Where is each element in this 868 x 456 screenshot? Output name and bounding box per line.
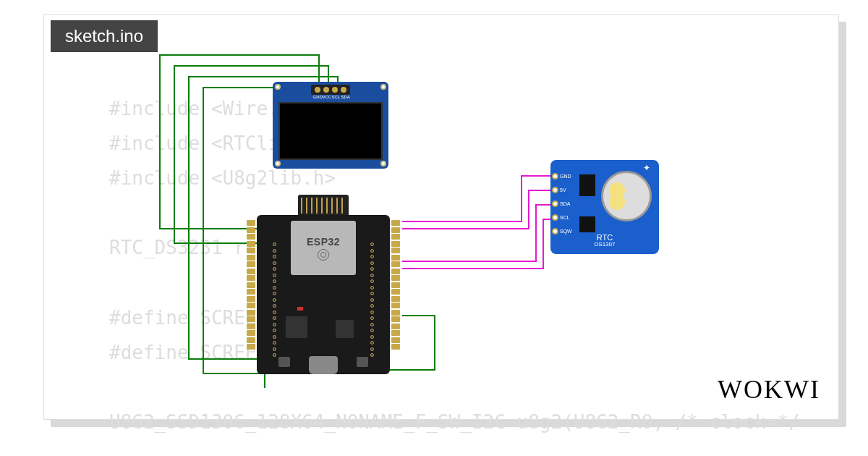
en-button[interactable] xyxy=(278,357,290,367)
mount-hole-icon xyxy=(380,161,386,166)
chip-icon xyxy=(336,320,354,338)
mount-hole-icon xyxy=(380,84,386,90)
rtc-pin-sda[interactable] xyxy=(552,200,558,207)
rtc-pin-5v[interactable] xyxy=(552,187,558,193)
filename-tab[interactable]: sketch.ino xyxy=(51,20,158,52)
esp32-antenna xyxy=(298,195,349,216)
rtc-silkscreen-label: RTC DS1307 xyxy=(595,233,616,248)
oled-pin-gnd[interactable] xyxy=(315,87,320,93)
esp32-pcb: ESP32 xyxy=(257,215,390,374)
chip-icon xyxy=(286,316,307,338)
esp32-holes-right xyxy=(370,242,374,357)
mount-hole-icon xyxy=(275,84,281,90)
esp32-pins-left[interactable] xyxy=(247,220,255,350)
diagram-canvas[interactable]: #include <Wire.h> #include <RTClib.h> #i… xyxy=(43,14,839,420)
wokwi-logo: WOKWI xyxy=(718,374,820,405)
oled-display-component[interactable]: GND VCC SCL SDA xyxy=(273,82,388,169)
chip-icon xyxy=(579,174,595,196)
adafruit-star-icon: ✦ xyxy=(643,163,650,173)
rtc-pin-scl[interactable] xyxy=(552,214,558,221)
coin-cell-holder-icon xyxy=(601,171,652,221)
oled-pin-sda[interactable] xyxy=(341,87,346,93)
oled-pin-header[interactable] xyxy=(311,85,350,95)
rtc-ds1307-component[interactable]: ✦ GND 5V SDA SCL SQW RTC DS1307 xyxy=(550,160,659,254)
oled-pin-vcc[interactable] xyxy=(323,87,329,93)
esp32-component[interactable]: ESP32 xyxy=(244,195,403,383)
esp32-pins-right[interactable] xyxy=(391,220,400,350)
filename-label: sketch.ino xyxy=(65,26,143,46)
esp32-holes-left xyxy=(273,242,276,357)
rtc-pin-sqw[interactable] xyxy=(552,228,558,235)
oled-pin-scl[interactable] xyxy=(332,87,338,93)
boot-button[interactable] xyxy=(357,357,368,367)
esp32-chip-label: ESP32 xyxy=(307,236,340,248)
power-led-icon xyxy=(297,307,303,311)
micro-usb-port-icon xyxy=(309,356,338,374)
espressif-logo-icon xyxy=(318,249,329,261)
rtc-pin-header[interactable]: GND 5V SDA SCL SQW xyxy=(552,173,572,235)
esp32-rf-shield: ESP32 xyxy=(291,221,356,275)
mount-hole-icon xyxy=(275,161,281,166)
oled-screen xyxy=(278,102,383,160)
rtc-pin-gnd[interactable] xyxy=(552,173,558,180)
chip-icon xyxy=(579,216,595,232)
oled-pin-labels: GND VCC SCL SDA xyxy=(313,95,349,99)
